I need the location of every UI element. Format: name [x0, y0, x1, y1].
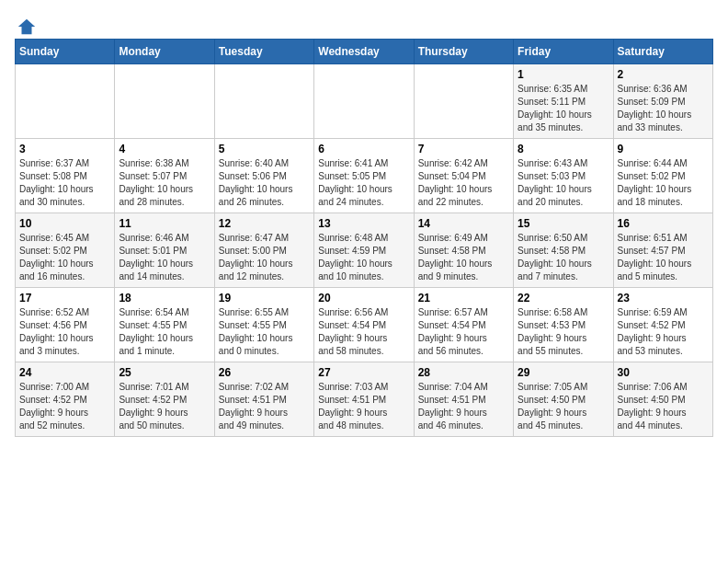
header-monday: Monday [115, 40, 214, 64]
calendar-cell [214, 64, 313, 139]
logo [15, 15, 37, 31]
day-info: Sunrise: 7:02 AMSunset: 4:51 PMDaylight:… [219, 381, 310, 432]
day-info: Sunrise: 6:50 AMSunset: 4:58 PMDaylight:… [518, 232, 609, 283]
calendar-cell: 13Sunrise: 6:48 AMSunset: 4:59 PMDayligh… [314, 213, 414, 288]
day-info: Sunrise: 6:51 AMSunset: 4:57 PMDaylight:… [618, 232, 709, 283]
header-friday: Friday [514, 40, 613, 64]
header-wednesday: Wednesday [314, 40, 414, 64]
day-info: Sunrise: 7:04 AMSunset: 4:51 PMDaylight:… [418, 381, 509, 432]
day-info: Sunrise: 6:48 AMSunset: 4:59 PMDaylight:… [318, 232, 409, 283]
calendar-cell: 2Sunrise: 6:36 AMSunset: 5:09 PMDaylight… [613, 64, 712, 139]
day-number: 1 [518, 68, 609, 81]
calendar-cell: 28Sunrise: 7:04 AMSunset: 4:51 PMDayligh… [414, 362, 513, 437]
day-info: Sunrise: 6:46 AMSunset: 5:01 PMDaylight:… [119, 232, 210, 283]
calendar-cell: 15Sunrise: 6:50 AMSunset: 4:58 PMDayligh… [514, 213, 613, 288]
day-info: Sunrise: 6:38 AMSunset: 5:07 PMDaylight:… [119, 157, 210, 209]
calendar-cell [115, 64, 214, 139]
day-info: Sunrise: 6:49 AMSunset: 4:58 PMDaylight:… [418, 232, 509, 283]
day-info: Sunrise: 6:54 AMSunset: 4:55 PMDaylight:… [119, 306, 210, 358]
calendar-cell: 19Sunrise: 6:55 AMSunset: 4:55 PMDayligh… [214, 288, 313, 362]
day-info: Sunrise: 6:35 AMSunset: 5:11 PMDaylight:… [518, 83, 609, 134]
day-info: Sunrise: 6:47 AMSunset: 5:00 PMDaylight:… [219, 232, 310, 283]
day-number: 8 [518, 143, 609, 155]
day-number: 11 [119, 217, 210, 230]
day-number: 28 [418, 366, 509, 379]
calendar-cell: 10Sunrise: 6:45 AMSunset: 5:02 PMDayligh… [16, 213, 115, 288]
header-sunday: Sunday [16, 40, 115, 64]
day-number: 15 [518, 217, 609, 230]
day-number: 7 [418, 143, 509, 155]
calendar-cell: 29Sunrise: 7:05 AMSunset: 4:50 PMDayligh… [514, 362, 613, 437]
calendar-cell [314, 64, 414, 139]
calendar-cell [414, 64, 513, 139]
calendar-cell: 27Sunrise: 7:03 AMSunset: 4:51 PMDayligh… [314, 362, 414, 437]
day-info: Sunrise: 6:58 AMSunset: 4:53 PMDaylight:… [518, 306, 609, 358]
day-number: 25 [119, 366, 210, 379]
day-info: Sunrise: 6:40 AMSunset: 5:06 PMDaylight:… [219, 157, 310, 209]
header-thursday: Thursday [414, 40, 513, 64]
day-number: 20 [318, 292, 409, 304]
day-number: 27 [318, 366, 409, 379]
calendar-cell: 18Sunrise: 6:54 AMSunset: 4:55 PMDayligh… [115, 288, 214, 362]
calendar-cell: 17Sunrise: 6:52 AMSunset: 4:56 PMDayligh… [16, 288, 115, 362]
calendar-cell: 30Sunrise: 7:06 AMSunset: 4:50 PMDayligh… [613, 362, 712, 437]
calendar-cell: 22Sunrise: 6:58 AMSunset: 4:53 PMDayligh… [514, 288, 613, 362]
calendar-cell: 5Sunrise: 6:40 AMSunset: 5:06 PMDaylight… [214, 139, 313, 213]
day-number: 6 [318, 143, 409, 155]
day-number: 19 [219, 292, 310, 304]
day-number: 14 [418, 217, 509, 230]
day-number: 3 [19, 143, 110, 155]
calendar-cell: 11Sunrise: 6:46 AMSunset: 5:01 PMDayligh… [115, 213, 214, 288]
calendar-cell: 25Sunrise: 7:01 AMSunset: 4:52 PMDayligh… [115, 362, 214, 437]
calendar-cell: 9Sunrise: 6:44 AMSunset: 5:02 PMDaylight… [613, 139, 712, 213]
day-number: 24 [19, 366, 110, 379]
day-info: Sunrise: 6:42 AMSunset: 5:04 PMDaylight:… [418, 157, 509, 209]
header [15, 15, 713, 31]
day-number: 5 [219, 143, 310, 155]
calendar-table: SundayMondayTuesdayWednesdayThursdayFrid… [15, 39, 713, 437]
header-tuesday: Tuesday [214, 40, 313, 64]
calendar-header: SundayMondayTuesdayWednesdayThursdayFrid… [16, 40, 713, 64]
day-number: 17 [19, 292, 110, 304]
calendar-cell: 6Sunrise: 6:41 AMSunset: 5:05 PMDaylight… [314, 139, 414, 213]
day-info: Sunrise: 6:45 AMSunset: 5:02 PMDaylight:… [19, 232, 110, 283]
day-number: 16 [618, 217, 709, 230]
day-number: 29 [518, 366, 609, 379]
day-info: Sunrise: 6:41 AMSunset: 5:05 PMDaylight:… [318, 157, 409, 209]
day-info: Sunrise: 6:59 AMSunset: 4:52 PMDaylight:… [618, 306, 709, 358]
day-number: 22 [518, 292, 609, 304]
day-info: Sunrise: 6:44 AMSunset: 5:02 PMDaylight:… [618, 157, 709, 209]
day-number: 13 [318, 217, 409, 230]
calendar-cell: 1Sunrise: 6:35 AMSunset: 5:11 PMDaylight… [514, 64, 613, 139]
logo-icon [17, 17, 37, 37]
calendar-cell [16, 64, 115, 139]
day-number: 23 [618, 292, 709, 304]
header-saturday: Saturday [613, 40, 712, 64]
day-info: Sunrise: 7:01 AMSunset: 4:52 PMDaylight:… [119, 381, 210, 432]
calendar-cell: 21Sunrise: 6:57 AMSunset: 4:54 PMDayligh… [414, 288, 513, 362]
day-info: Sunrise: 7:00 AMSunset: 4:52 PMDaylight:… [19, 381, 110, 432]
day-number: 9 [618, 143, 709, 155]
day-number: 26 [219, 366, 310, 379]
calendar-cell: 3Sunrise: 6:37 AMSunset: 5:08 PMDaylight… [16, 139, 115, 213]
day-info: Sunrise: 6:52 AMSunset: 4:56 PMDaylight:… [19, 306, 110, 358]
calendar-cell: 23Sunrise: 6:59 AMSunset: 4:52 PMDayligh… [613, 288, 712, 362]
calendar-cell: 16Sunrise: 6:51 AMSunset: 4:57 PMDayligh… [613, 213, 712, 288]
day-info: Sunrise: 6:36 AMSunset: 5:09 PMDaylight:… [618, 83, 709, 134]
day-number: 30 [618, 366, 709, 379]
day-info: Sunrise: 7:06 AMSunset: 4:50 PMDaylight:… [618, 381, 709, 432]
calendar-cell: 12Sunrise: 6:47 AMSunset: 5:00 PMDayligh… [214, 213, 313, 288]
day-number: 4 [119, 143, 210, 155]
day-info: Sunrise: 6:43 AMSunset: 5:03 PMDaylight:… [518, 157, 609, 209]
day-number: 18 [119, 292, 210, 304]
calendar-cell: 14Sunrise: 6:49 AMSunset: 4:58 PMDayligh… [414, 213, 513, 288]
day-info: Sunrise: 7:03 AMSunset: 4:51 PMDaylight:… [318, 381, 409, 432]
calendar-cell: 8Sunrise: 6:43 AMSunset: 5:03 PMDaylight… [514, 139, 613, 213]
calendar-cell: 20Sunrise: 6:56 AMSunset: 4:54 PMDayligh… [314, 288, 414, 362]
calendar-cell: 24Sunrise: 7:00 AMSunset: 4:52 PMDayligh… [16, 362, 115, 437]
calendar-cell: 4Sunrise: 6:38 AMSunset: 5:07 PMDaylight… [115, 139, 214, 213]
day-info: Sunrise: 6:37 AMSunset: 5:08 PMDaylight:… [19, 157, 110, 209]
day-info: Sunrise: 6:55 AMSunset: 4:55 PMDaylight:… [219, 306, 310, 358]
day-number: 21 [418, 292, 509, 304]
day-info: Sunrise: 6:57 AMSunset: 4:54 PMDaylight:… [418, 306, 509, 358]
